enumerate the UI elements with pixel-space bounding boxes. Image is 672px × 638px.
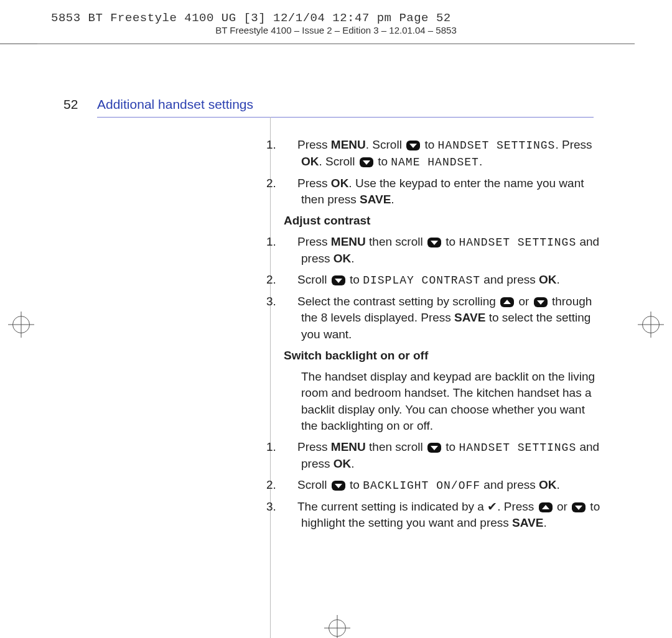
heading-backlight: Switch backlight on or off (284, 348, 601, 364)
title-rule (97, 117, 594, 118)
backlight-step-3: 3.The current setting is indicated by a … (284, 499, 601, 531)
down-arrow-icon (572, 502, 586, 512)
intro-step-1: 1.Press MENU. Scroll to HANDSET SETTINGS… (284, 137, 601, 170)
intro-step-2: 2.Press OK. Use the keypad to enter the … (284, 175, 601, 208)
print-slug: 5853 BT Freestyle 4100 UG [3] 12/1/04 12… (51, 11, 451, 25)
column-divider (270, 117, 271, 638)
down-arrow-icon (427, 443, 441, 453)
page-body: 52 Additional handset settings 1.Press M… (37, 44, 672, 638)
down-arrow-icon (332, 275, 345, 285)
section-title: Additional handset settings (97, 97, 253, 112)
heading-adjust-contrast: Adjust contrast (284, 213, 601, 229)
backlight-step-2: 2.Scroll to BACKLIGHT ON/OFF and press O… (284, 477, 601, 494)
main-column: 1.Press MENU. Scroll to HANDSET SETTINGS… (284, 137, 601, 536)
backlight-step-1: 1.Press MENU then scroll to HANDSET SETT… (284, 439, 601, 472)
down-arrow-icon (427, 238, 441, 247)
page-number: 52 (63, 97, 78, 112)
contrast-step-1: 1.Press MENU then scroll to HANDSET SETT… (284, 234, 601, 267)
down-arrow-icon (332, 481, 345, 491)
contrast-step-2: 2.Scroll to DISPLAY CONTRAST and press O… (284, 272, 601, 289)
running-head: BT Freestyle 4100 – Issue 2 – Edition 3 … (0, 25, 672, 35)
down-arrow-icon (360, 157, 373, 167)
checkmark-icon: ✔ (487, 500, 497, 513)
down-arrow-icon (406, 141, 420, 150)
up-arrow-icon (539, 502, 553, 512)
up-arrow-icon (500, 297, 514, 307)
down-arrow-icon (534, 297, 548, 307)
backlight-intro: The handset display and keypad are backl… (284, 369, 601, 434)
contrast-step-3: 3.Select the contrast setting by scrolli… (284, 294, 601, 343)
